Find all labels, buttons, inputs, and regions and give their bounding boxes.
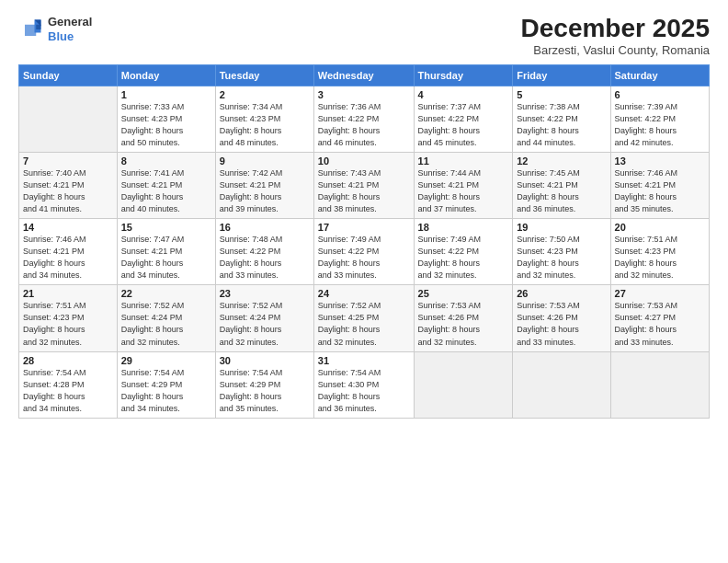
day-cell: 31Sunrise: 7:54 AMSunset: 4:30 PMDayligh… [313, 351, 414, 418]
day-info: Sunrise: 7:53 AMSunset: 4:27 PMDaylight:… [615, 300, 705, 348]
day-cell: 12Sunrise: 7:45 AMSunset: 4:21 PMDayligh… [513, 152, 610, 218]
day-number: 1 [121, 89, 211, 100]
day-info: Sunrise: 7:51 AMSunset: 4:23 PMDaylight:… [23, 300, 113, 348]
day-info: Sunrise: 7:49 AMSunset: 4:22 PMDaylight:… [318, 234, 410, 282]
day-info: Sunrise: 7:42 AMSunset: 4:21 PMDaylight:… [220, 167, 310, 215]
weekday-header-thursday: Thursday [414, 64, 513, 86]
page-title: December 2025 [521, 15, 710, 43]
day-number: 5 [517, 89, 606, 100]
day-cell: 28Sunrise: 7:54 AMSunset: 4:28 PMDayligh… [19, 351, 118, 418]
day-info: Sunrise: 7:46 AMSunset: 4:21 PMDaylight:… [23, 234, 113, 282]
day-number: 24 [318, 288, 410, 299]
day-number: 20 [615, 222, 705, 233]
day-cell: 4Sunrise: 7:37 AMSunset: 4:22 PMDaylight… [414, 86, 513, 152]
week-row-4: 21Sunrise: 7:51 AMSunset: 4:23 PMDayligh… [19, 285, 710, 351]
day-number: 22 [121, 288, 211, 299]
calendar: SundayMondayTuesdayWednesdayThursdayFrid… [18, 64, 710, 419]
day-number: 16 [220, 222, 310, 233]
week-row-1: 1Sunrise: 7:33 AMSunset: 4:23 PMDaylight… [19, 86, 710, 152]
day-cell: 10Sunrise: 7:43 AMSunset: 4:21 PMDayligh… [313, 152, 414, 218]
day-number: 26 [517, 288, 606, 299]
day-info: Sunrise: 7:52 AMSunset: 4:24 PMDaylight:… [121, 300, 211, 348]
day-info: Sunrise: 7:49 AMSunset: 4:22 PMDaylight:… [418, 234, 509, 282]
day-cell: 27Sunrise: 7:53 AMSunset: 4:27 PMDayligh… [610, 285, 709, 351]
week-row-3: 14Sunrise: 7:46 AMSunset: 4:21 PMDayligh… [19, 219, 710, 285]
day-cell [513, 351, 610, 418]
day-cell: 21Sunrise: 7:51 AMSunset: 4:23 PMDayligh… [19, 285, 118, 351]
day-cell [610, 351, 709, 418]
day-info: Sunrise: 7:50 AMSunset: 4:23 PMDaylight:… [517, 234, 606, 282]
day-info: Sunrise: 7:54 AMSunset: 4:30 PMDaylight:… [318, 367, 410, 415]
weekday-header-friday: Friday [513, 64, 610, 86]
day-info: Sunrise: 7:43 AMSunset: 4:21 PMDaylight:… [318, 167, 410, 215]
day-number: 29 [121, 355, 211, 366]
day-info: Sunrise: 7:39 AMSunset: 4:22 PMDaylight:… [615, 101, 705, 149]
day-number: 15 [121, 222, 211, 233]
day-cell: 9Sunrise: 7:42 AMSunset: 4:21 PMDaylight… [215, 152, 313, 218]
logo-blue: Blue [48, 29, 74, 43]
day-number: 4 [418, 89, 509, 100]
page-subtitle: Barzesti, Vaslui County, Romania [521, 43, 710, 57]
day-number: 10 [318, 155, 410, 167]
day-cell: 25Sunrise: 7:53 AMSunset: 4:26 PMDayligh… [414, 285, 513, 351]
day-cell: 15Sunrise: 7:47 AMSunset: 4:21 PMDayligh… [117, 219, 215, 285]
day-cell: 24Sunrise: 7:52 AMSunset: 4:25 PMDayligh… [313, 285, 414, 351]
title-block: December 2025 Barzesti, Vaslui County, R… [521, 15, 710, 57]
day-cell: 18Sunrise: 7:49 AMSunset: 4:22 PMDayligh… [414, 219, 513, 285]
day-cell: 11Sunrise: 7:44 AMSunset: 4:21 PMDayligh… [414, 152, 513, 218]
day-number: 19 [517, 222, 606, 233]
day-info: Sunrise: 7:47 AMSunset: 4:21 PMDaylight:… [121, 234, 211, 282]
svg-marker-4 [36, 24, 40, 29]
day-cell: 6Sunrise: 7:39 AMSunset: 4:22 PMDaylight… [610, 86, 709, 152]
logo-general: General [48, 15, 92, 29]
day-number: 11 [418, 155, 509, 167]
day-info: Sunrise: 7:33 AMSunset: 4:23 PMDaylight:… [121, 101, 211, 149]
day-number: 18 [418, 222, 509, 233]
day-info: Sunrise: 7:45 AMSunset: 4:21 PMDaylight:… [517, 167, 606, 215]
logo-icon [18, 17, 44, 42]
weekday-header-monday: Monday [117, 64, 215, 86]
day-info: Sunrise: 7:54 AMSunset: 4:28 PMDaylight:… [23, 367, 113, 415]
day-number: 14 [23, 222, 113, 233]
day-cell: 29Sunrise: 7:54 AMSunset: 4:29 PMDayligh… [117, 351, 215, 418]
day-number: 6 [615, 89, 705, 100]
weekday-header-wednesday: Wednesday [313, 64, 414, 86]
day-number: 8 [121, 155, 211, 167]
header: General Blue December 2025 Barzesti, Vas… [18, 15, 710, 57]
day-info: Sunrise: 7:36 AMSunset: 4:22 PMDaylight:… [318, 101, 410, 149]
logo-text: General Blue [48, 15, 92, 43]
day-number: 12 [517, 155, 606, 167]
week-row-5: 28Sunrise: 7:54 AMSunset: 4:28 PMDayligh… [19, 351, 710, 418]
day-cell: 13Sunrise: 7:46 AMSunset: 4:21 PMDayligh… [610, 152, 709, 218]
day-info: Sunrise: 7:52 AMSunset: 4:25 PMDaylight:… [318, 300, 410, 348]
day-number: 2 [220, 89, 310, 100]
day-info: Sunrise: 7:34 AMSunset: 4:23 PMDaylight:… [220, 101, 310, 149]
day-cell: 3Sunrise: 7:36 AMSunset: 4:22 PMDaylight… [313, 86, 414, 152]
day-cell: 26Sunrise: 7:53 AMSunset: 4:26 PMDayligh… [513, 285, 610, 351]
day-number: 17 [318, 222, 410, 233]
day-info: Sunrise: 7:53 AMSunset: 4:26 PMDaylight:… [418, 300, 509, 348]
day-cell: 1Sunrise: 7:33 AMSunset: 4:23 PMDaylight… [117, 86, 215, 152]
day-cell: 7Sunrise: 7:40 AMSunset: 4:21 PMDaylight… [19, 152, 118, 218]
day-cell: 17Sunrise: 7:49 AMSunset: 4:22 PMDayligh… [313, 219, 414, 285]
day-info: Sunrise: 7:37 AMSunset: 4:22 PMDaylight:… [418, 101, 509, 149]
day-cell: 2Sunrise: 7:34 AMSunset: 4:23 PMDaylight… [215, 86, 313, 152]
page: General Blue December 2025 Barzesti, Vas… [0, 0, 728, 563]
logo: General Blue [18, 15, 92, 43]
day-cell: 5Sunrise: 7:38 AMSunset: 4:22 PMDaylight… [513, 86, 610, 152]
day-info: Sunrise: 7:40 AMSunset: 4:21 PMDaylight:… [23, 167, 113, 215]
day-cell: 23Sunrise: 7:52 AMSunset: 4:24 PMDayligh… [215, 285, 313, 351]
day-number: 9 [220, 155, 310, 167]
day-info: Sunrise: 7:46 AMSunset: 4:21 PMDaylight:… [615, 167, 705, 215]
day-number: 23 [220, 288, 310, 299]
weekday-header-saturday: Saturday [610, 64, 709, 86]
day-info: Sunrise: 7:38 AMSunset: 4:22 PMDaylight:… [517, 101, 606, 149]
day-info: Sunrise: 7:54 AMSunset: 4:29 PMDaylight:… [220, 367, 310, 415]
day-info: Sunrise: 7:51 AMSunset: 4:23 PMDaylight:… [615, 234, 705, 282]
day-number: 13 [615, 155, 705, 167]
day-cell: 16Sunrise: 7:48 AMSunset: 4:22 PMDayligh… [215, 219, 313, 285]
day-info: Sunrise: 7:54 AMSunset: 4:29 PMDaylight:… [121, 367, 211, 415]
day-cell: 20Sunrise: 7:51 AMSunset: 4:23 PMDayligh… [610, 219, 709, 285]
day-info: Sunrise: 7:48 AMSunset: 4:22 PMDaylight:… [220, 234, 310, 282]
day-cell: 22Sunrise: 7:52 AMSunset: 4:24 PMDayligh… [117, 285, 215, 351]
